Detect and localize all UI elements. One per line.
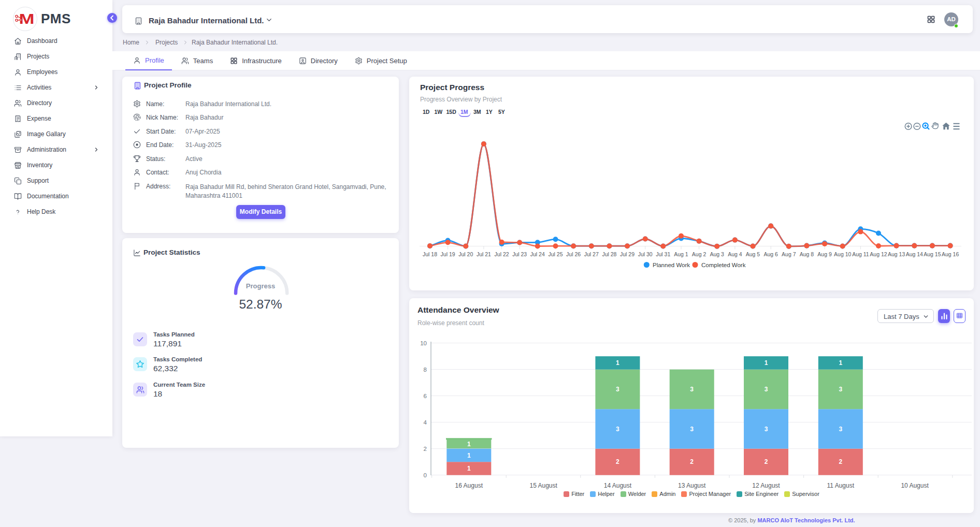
svg-text:3: 3	[690, 426, 694, 433]
svg-text:3: 3	[839, 426, 842, 433]
svg-text:Aug 16: Aug 16	[942, 251, 959, 257]
svg-text:15 August: 15 August	[530, 482, 558, 489]
svg-text:Jul 30: Jul 30	[638, 251, 653, 257]
svg-text:1: 1	[616, 359, 619, 367]
svg-text:10: 10	[420, 340, 427, 346]
svg-text:3: 3	[765, 386, 768, 393]
svg-text:Jul 21: Jul 21	[477, 251, 491, 257]
svg-text:Aug 10: Aug 10	[834, 251, 851, 257]
svg-text:10 August: 10 August	[901, 482, 929, 489]
svg-text:2: 2	[616, 458, 619, 465]
svg-text:Planned Work: Planned Work	[653, 262, 690, 268]
svg-text:Jul 18: Jul 18	[423, 251, 437, 257]
svg-text:Aug 5: Aug 5	[746, 251, 760, 257]
svg-text:Aug 1: Aug 1	[674, 251, 688, 257]
svg-text:Aug 15: Aug 15	[924, 251, 941, 257]
svg-text:Jul 29: Jul 29	[620, 251, 635, 257]
svg-text:1: 1	[765, 359, 768, 367]
svg-text:16 August: 16 August	[455, 482, 483, 489]
svg-text:2: 2	[424, 446, 427, 452]
svg-text:Aug 9: Aug 9	[817, 251, 832, 257]
svg-text:Aug 4: Aug 4	[728, 251, 742, 257]
svg-text:2: 2	[765, 458, 768, 465]
svg-text:11 August: 11 August	[827, 482, 855, 489]
svg-text:Jul 22: Jul 22	[495, 251, 509, 257]
svg-text:8: 8	[424, 367, 427, 373]
svg-text:3: 3	[839, 386, 842, 393]
svg-text:12 August: 12 August	[752, 482, 780, 489]
svg-text:Jul 31: Jul 31	[656, 251, 670, 257]
svg-text:1: 1	[467, 441, 471, 448]
svg-text:3: 3	[690, 386, 694, 393]
svg-text:Aug 14: Aug 14	[906, 251, 923, 257]
svg-text:Aug 6: Aug 6	[763, 251, 778, 257]
svg-text:1: 1	[467, 465, 471, 472]
svg-text:Aug 2: Aug 2	[692, 251, 707, 257]
svg-text:Jul 25: Jul 25	[548, 251, 563, 257]
svg-text:Jul 24: Jul 24	[530, 251, 545, 257]
svg-text:Jul 19: Jul 19	[441, 251, 455, 257]
svg-text:Aug 11: Aug 11	[852, 251, 869, 257]
svg-text:Aug 8: Aug 8	[800, 251, 814, 257]
svg-text:13 August: 13 August	[678, 482, 706, 489]
svg-text:Aug 3: Aug 3	[710, 251, 724, 257]
svg-text:Jul 23: Jul 23	[512, 251, 527, 257]
svg-text:2: 2	[839, 458, 842, 465]
svg-text:2: 2	[690, 458, 694, 465]
svg-text:Aug 7: Aug 7	[782, 251, 796, 257]
svg-text:0: 0	[424, 472, 427, 478]
svg-text:Jul 20: Jul 20	[458, 251, 473, 257]
svg-text:6: 6	[424, 393, 427, 399]
svg-text:3: 3	[765, 426, 768, 433]
svg-text:3: 3	[616, 426, 619, 433]
svg-text:Jul 27: Jul 27	[584, 251, 599, 257]
svg-text:Jul 28: Jul 28	[602, 251, 616, 257]
svg-text:1: 1	[467, 452, 471, 459]
svg-text:Completed Work: Completed Work	[701, 262, 746, 268]
svg-text:1: 1	[839, 359, 842, 367]
svg-text:Jul 26: Jul 26	[566, 251, 581, 257]
svg-text:3: 3	[616, 386, 619, 393]
svg-text:Aug 13: Aug 13	[888, 251, 905, 257]
svg-text:Aug 12: Aug 12	[870, 251, 887, 257]
svg-text:4: 4	[424, 419, 427, 426]
svg-text:14 August: 14 August	[604, 482, 632, 489]
svg-text:M: M	[19, 10, 35, 27]
